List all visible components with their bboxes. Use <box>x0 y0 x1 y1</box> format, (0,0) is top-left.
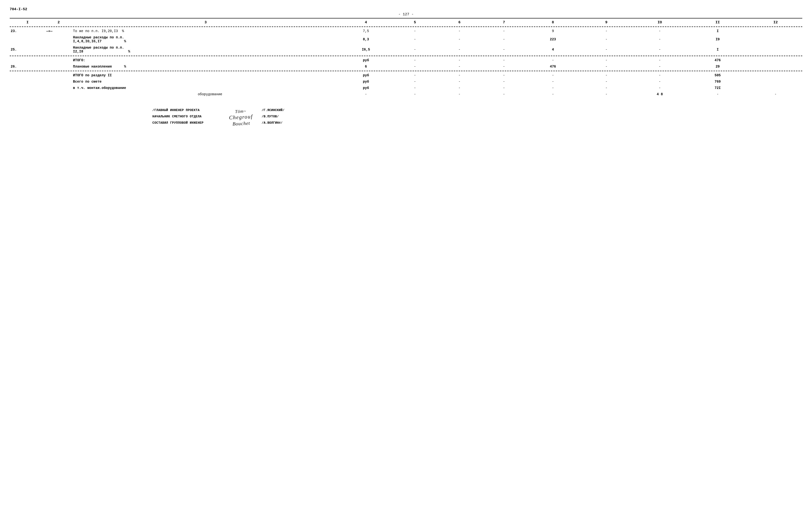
main-table: I 2 3 4 5 6 7 8 9 IO II I2 23. —»— <box>10 20 802 97</box>
row-26-col5: - <box>393 63 437 70</box>
itogo2-col4: руб <box>339 72 393 79</box>
header-col-12: I2 <box>749 20 802 26</box>
vsego-col6: - <box>437 79 482 85</box>
row-nak1-col10: - <box>633 34 687 45</box>
header-col-11: II <box>687 20 749 26</box>
vsego-col8: - <box>526 79 580 85</box>
vsego-col9: - <box>580 79 633 85</box>
table-row: 25. Накладные расходы по п.п.I2,I8 % I6,… <box>10 45 802 55</box>
row-nak1-col5: - <box>393 34 437 45</box>
row-25-col10: - <box>633 45 687 55</box>
header-col-4: 4 <box>339 20 393 26</box>
row-nak1-col8: 223 <box>526 34 580 45</box>
obor-col4: - <box>339 91 393 97</box>
row-23-col11: I <box>687 28 749 34</box>
table-row: 26. Плановые накопления % 6 - - - 476 - … <box>10 63 802 70</box>
row-26-col12 <box>749 63 802 70</box>
name-3: /А.ВОЛГИН#/ <box>262 120 300 126</box>
obor-col10: 4 8 <box>633 91 687 97</box>
montazh-col4: руб <box>339 85 393 91</box>
montazh-mark <box>46 85 72 91</box>
row-26-col10: - <box>633 63 687 70</box>
top-rule <box>10 18 802 19</box>
document-container: 704-I-52 - 127 - I 2 3 4 5 6 <box>10 7 802 127</box>
header-col-9: 9 <box>580 20 633 26</box>
name-2: /В.ПУТОВ/ <box>262 113 300 120</box>
itogo-col9: - <box>580 57 633 63</box>
row-23-col4: 7,5 <box>339 28 393 34</box>
vsego-col7: - <box>482 79 526 85</box>
header-col-3: 3 <box>72 20 339 26</box>
itogo-col7: - <box>482 57 526 63</box>
itogo-col10: - <box>633 57 687 63</box>
header-col-2: 2 <box>46 20 72 26</box>
row-26-col7: - <box>482 63 526 70</box>
obor-col7: - <box>482 91 526 97</box>
row-25-mark <box>46 45 72 55</box>
itogo-col12 <box>749 57 802 63</box>
header-divider-row <box>10 26 802 28</box>
header-col-8: 8 <box>526 20 580 26</box>
itogo2-col7: - <box>482 72 526 79</box>
row-nak1-col7: - <box>482 34 526 45</box>
role-1: /ГЛАВНЫЙ ИНЖЕНЕР ПРОЕКТА <box>152 107 220 113</box>
obor-col11: - <box>687 91 749 97</box>
itogo2-col11: 505 <box>687 72 749 79</box>
itogo-col8: - <box>526 57 580 63</box>
montazh-col11: 72I <box>687 85 749 91</box>
itogo2-desc: ИТОГО по разделу II <box>72 72 339 79</box>
vsego-mark <box>46 79 72 85</box>
row-26-col4: 6 <box>339 63 393 70</box>
row-25-col7: - <box>482 45 526 55</box>
row-26-mark <box>46 63 72 70</box>
table-row: Накладные расходы по п.п.I,4,8,IO,Iб,I7 … <box>10 34 802 45</box>
obor-desc: оборудование <box>72 91 339 97</box>
itogo2-col10: - <box>633 72 687 79</box>
vsego-desc: Всего по смете <box>72 79 339 85</box>
vsego-col10: - <box>633 79 687 85</box>
itogo-col5: - <box>393 57 437 63</box>
obor-col6: - <box>437 91 482 97</box>
itogo-desc: ИТОГО: <box>72 57 339 63</box>
table-row: ИТОГО по разделу II руб - - - - - - 505 <box>10 72 802 79</box>
table-row: Всего по смете руб - - - - - - 769 <box>10 79 802 85</box>
itogo-mark <box>46 57 72 63</box>
table-row: 23. —»— То же по п.п. I9,20,I3 % 7,5 - -… <box>10 28 802 34</box>
footer-names: /Г.ЯСИНСКИЙ/ /В.ПУТОВ/ /А.ВОЛГИН#/ <box>262 107 300 126</box>
divider-row-2 <box>10 70 802 72</box>
row-26-col11: 29 <box>687 63 749 70</box>
row-nak1-col11: I9 <box>687 34 749 45</box>
itogo2-col12 <box>749 72 802 79</box>
vsego-col11: 769 <box>687 79 749 85</box>
row-25-col5: - <box>393 45 437 55</box>
itogo-num <box>10 57 46 63</box>
table-row: ИТОГО: руб - - - - - - 476 <box>10 57 802 63</box>
row-nak1-mark <box>46 34 72 45</box>
row-23-col5: - <box>393 28 437 34</box>
itogo2-col8: - <box>526 72 580 79</box>
row-25-col11: I <box>687 45 749 55</box>
role-2: НАЧАЛЬНИК СМЕТНОГО ОТДЕЛА <box>152 113 220 120</box>
row-26-col8: 476 <box>526 63 580 70</box>
row-nak1-col9: - <box>580 34 633 45</box>
montazh-col9: - <box>580 85 633 91</box>
row-nak1-col4: 8,3 <box>339 34 393 45</box>
montazh-col6: - <box>437 85 482 91</box>
row-nak1-desc: Накладные расходы по п.п.I,4,8,IO,Iб,I7 … <box>72 34 339 45</box>
row-25-col4: I6,5 <box>339 45 393 55</box>
vsego-col5: - <box>393 79 437 85</box>
page-number: - 127 - <box>10 12 802 17</box>
montazh-col7: - <box>482 85 526 91</box>
obor-mark <box>46 91 72 97</box>
row-23-col6: - <box>437 28 482 34</box>
vsego-col12 <box>749 79 802 85</box>
header-col-5: 5 <box>393 20 437 26</box>
footer-roles: /ГЛАВНЫЙ ИНЖЕНЕР ПРОЕКТА НАЧАЛЬНИК СМЕТН… <box>152 107 220 126</box>
row-26-num: 26. <box>10 63 46 70</box>
doc-id: 704-I-52 <box>10 7 802 11</box>
header-col-6: 6 <box>437 20 482 26</box>
row-23-col10: - <box>633 28 687 34</box>
row-23-col12 <box>749 28 802 34</box>
montazh-desc: в т.ч. монтаж.оборудование <box>72 85 339 91</box>
montazh-col8: - <box>526 85 580 91</box>
